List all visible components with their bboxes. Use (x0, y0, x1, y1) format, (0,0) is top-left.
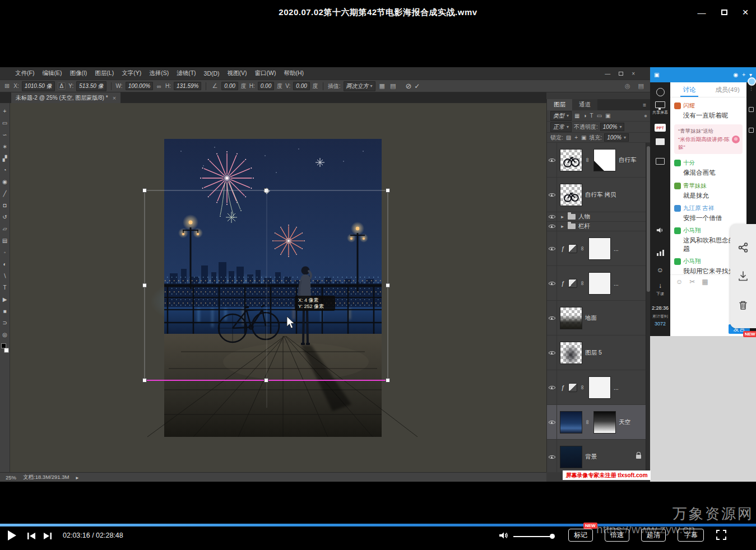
rail-icon[interactable] (749, 107, 754, 112)
layer-row[interactable]: ∞ 自行车 (547, 143, 646, 178)
menu-select[interactable]: 选择(S) (145, 69, 173, 77)
image-icon[interactable]: ▦ (702, 278, 708, 286)
menu-filter[interactable]: 滤镜(T) (173, 69, 200, 77)
raise-hand-icon[interactable] (650, 88, 670, 96)
layer-name[interactable]: 地面 (585, 314, 597, 322)
visibility-toggle[interactable] (547, 222, 557, 231)
adjustment-layer-row[interactable]: ƒ ∞ ... (547, 266, 646, 301)
layer-thumbnail[interactable] (560, 184, 582, 206)
pen-tool[interactable]: ∖ (0, 270, 10, 282)
interpolation-select[interactable]: 两次立方▾ (344, 81, 375, 91)
layer-name[interactable]: ... (614, 280, 619, 287)
eyedropper-tool[interactable]: ◔ (0, 164, 10, 176)
vskew-field[interactable]: 0.00 (293, 82, 309, 90)
fullscreen-icon[interactable] (716, 530, 726, 542)
brush-tool[interactable]: ╱ (0, 188, 10, 199)
tab-discussion[interactable]: 讨论 (670, 82, 708, 97)
ppt-button[interactable]: PPT (650, 124, 670, 132)
screenshot-icon[interactable]: ✂ (689, 278, 695, 286)
trash-icon[interactable] (738, 300, 749, 311)
menu-window[interactable]: 窗口(W) (251, 69, 280, 77)
camera-icon[interactable]: ◉ (733, 72, 738, 78)
quality-button[interactable]: 超清 (641, 529, 666, 542)
eraser-tool[interactable]: ▱ (0, 223, 10, 235)
mask-thumbnail[interactable] (593, 149, 616, 171)
tab-members[interactable]: 成员(49) (708, 82, 746, 97)
seek-bar[interactable] (0, 524, 756, 526)
filter-toggle-icon[interactable]: ● (644, 113, 647, 119)
crop-tool[interactable]: ▞ (0, 152, 10, 164)
ps-minimize-icon[interactable]: — (605, 71, 610, 77)
visibility-toggle[interactable] (547, 301, 557, 335)
layer-thumbnail[interactable] (560, 446, 582, 468)
visibility-toggle[interactable] (547, 370, 557, 404)
group-row[interactable]: ▸ 栏杆 (547, 222, 646, 231)
user-name[interactable]: 闪耀 (683, 102, 695, 110)
mask-thumbnail[interactable] (588, 272, 611, 295)
gradient-tool[interactable]: ▤ (0, 235, 10, 246)
type-tool[interactable]: T (0, 282, 10, 293)
share-icon[interactable] (738, 242, 749, 253)
minimize-button[interactable]: — (695, 7, 708, 18)
floating-avatar-badge[interactable] (748, 77, 756, 86)
tab-channels[interactable]: 通道 (572, 99, 597, 110)
layer-thumbnail[interactable] (560, 307, 582, 329)
menu-image[interactable]: 图像(I) (66, 69, 91, 77)
maximize-button[interactable] (718, 7, 730, 18)
menu-help[interactable]: 帮助(H) (280, 69, 308, 77)
relative-position-toggle[interactable]: Δ (58, 82, 66, 90)
document-close-icon[interactable]: × (113, 95, 116, 101)
move-tool[interactable]: + (0, 105, 10, 117)
filter-adjustment-icon[interactable]: ◑ (582, 113, 587, 119)
visibility-toggle[interactable] (547, 266, 557, 300)
rail-icon[interactable] (749, 128, 754, 133)
layer-name[interactable]: 自行车 (619, 156, 637, 164)
visibility-toggle[interactable] (547, 405, 557, 439)
layer-name[interactable]: 背景 (585, 453, 597, 461)
layer-row[interactable]: 自行车 拷贝 (547, 178, 646, 212)
document-tab[interactable]: 未标题-2 @ 25% (天空, 图层蒙版/8) * × (11, 92, 120, 103)
visibility-toggle[interactable] (547, 212, 557, 221)
emoji-icon[interactable]: ☺ (650, 266, 670, 274)
share-screen-button[interactable]: 共享屏幕 (650, 101, 670, 115)
menu-edit[interactable]: 编辑(E) (38, 69, 66, 77)
history-brush-tool[interactable]: ↺ (0, 211, 10, 223)
shape-tool[interactable]: ■ (0, 305, 10, 317)
clone-stamp-tool[interactable]: ◘ (0, 199, 10, 211)
layer-name[interactable]: 图层 5 (585, 349, 602, 357)
warp-mode-icon[interactable]: ▦ (378, 82, 386, 90)
subtitle-button[interactable]: 字幕 (678, 529, 704, 542)
layer-row[interactable]: 图层 5 (547, 335, 646, 370)
search-icon[interactable]: ◎ (625, 82, 630, 90)
mark-button[interactable]: 标记 (568, 529, 593, 542)
zoom-tool[interactable]: ◎ (0, 329, 10, 341)
y-field[interactable]: 513.50 像 (76, 81, 106, 91)
volume-icon[interactable] (499, 532, 509, 542)
group-name[interactable]: 栏杆 (578, 222, 590, 230)
disclosure-icon[interactable]: ▸ (560, 214, 565, 220)
fill-select[interactable]: 100%▾ (604, 133, 629, 142)
background-color[interactable] (4, 348, 9, 353)
magic-wand-tool[interactable]: ∗ (0, 141, 10, 152)
more-icon[interactable]: ⋮ (749, 86, 754, 91)
user-name[interactable]: 九江原 吉祥 (683, 204, 714, 212)
layer-name[interactable]: ... (614, 384, 619, 391)
ps-close-icon[interactable]: × (632, 71, 635, 77)
mask-thumbnail[interactable] (588, 376, 611, 399)
emoji-icon[interactable]: ☺ (676, 278, 683, 286)
angle-field[interactable]: 0.00 (221, 82, 238, 90)
filter-smart-icon[interactable]: ▣ (605, 113, 611, 119)
w-field[interactable]: 100.00% (126, 82, 153, 90)
menu-view[interactable]: 视图(V) (224, 69, 251, 77)
status-arrow-icon[interactable]: ▸ (76, 474, 78, 481)
cancel-transform-button[interactable]: ⊘ (405, 82, 411, 90)
next-button[interactable] (43, 532, 52, 542)
lock-all-icon[interactable]: ▣ (581, 134, 587, 141)
screen-icon[interactable]: ▣ (654, 72, 659, 78)
opacity-select[interactable]: 100%▾ (600, 123, 625, 131)
stats-icon[interactable] (650, 249, 670, 256)
document-canvas[interactable]: X: 4 像素 Y: 252 像素 (10, 103, 546, 472)
speed-button[interactable]: 倍速 (605, 529, 629, 542)
visibility-toggle[interactable] (547, 335, 557, 370)
lock-position-icon[interactable]: + (574, 134, 578, 141)
